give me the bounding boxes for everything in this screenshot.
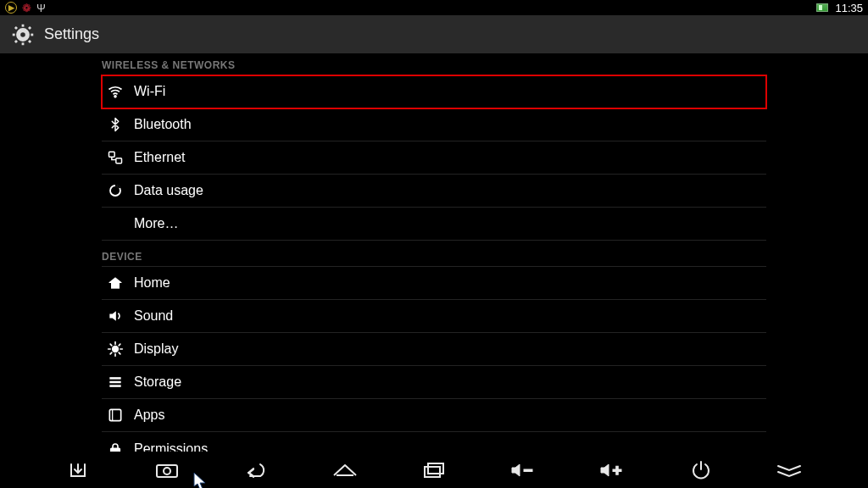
svg-point-10 [114, 96, 116, 97]
svg-point-15 [113, 347, 119, 352]
status-clock: 11:35 [835, 2, 863, 14]
svg-line-22 [110, 352, 112, 354]
svg-line-21 [119, 352, 120, 354]
row-label: Permissions [134, 441, 208, 452]
ethernet-icon [103, 146, 127, 169]
bluetooth-icon [103, 113, 127, 136]
svg-rect-35 [615, 466, 618, 474]
svg-line-6 [15, 26, 17, 28]
usb-icon: Ψ [36, 2, 46, 14]
row-label: Wi-Fi [134, 84, 165, 99]
svg-line-9 [29, 26, 31, 28]
storage-icon [103, 370, 127, 394]
row-label: Display [134, 341, 178, 357]
data-usage-icon [103, 179, 127, 202]
settings-row-ethernet[interactable]: Ethernet [102, 141, 766, 175]
plex-icon: ▶ [5, 2, 17, 14]
home-icon [103, 271, 127, 295]
settings-row-display[interactable]: Display [102, 333, 766, 366]
row-label: Ethernet [134, 150, 185, 165]
section-header-device: DEVICE [102, 241, 766, 267]
apps-icon [103, 403, 127, 427]
row-label: More… [134, 216, 178, 231]
svg-rect-11 [109, 152, 115, 157]
row-label: Apps [134, 408, 164, 423]
settings-row-permissions[interactable]: Permissions [102, 432, 766, 452]
page-title: Settings [44, 25, 99, 43]
app-header: Settings [0, 15, 868, 54]
nav-volume-down-button[interactable] [498, 453, 548, 487]
display-icon [103, 337, 127, 361]
row-label: Storage [134, 374, 181, 390]
nav-download-button[interactable] [53, 453, 103, 487]
nav-screenshot-button[interactable] [142, 453, 192, 487]
section-header-wireless: WIRELESS & NETWORKS [102, 54, 766, 75]
wifi-icon [103, 80, 127, 103]
nav-volume-up-button[interactable] [587, 453, 637, 487]
svg-point-1 [19, 31, 25, 37]
settings-row-data-usage[interactable]: Data usage [102, 175, 766, 208]
settings-row-bluetooth[interactable]: Bluetooth [102, 108, 766, 141]
settings-row-home[interactable]: Home [102, 267, 766, 300]
svg-rect-32 [428, 463, 443, 474]
svg-line-7 [29, 41, 31, 42]
svg-line-20 [110, 344, 112, 346]
svg-point-30 [164, 468, 170, 474]
nav-recent-button[interactable] [409, 453, 459, 487]
row-label: Sound [134, 308, 173, 324]
svg-rect-26 [109, 385, 120, 387]
svg-rect-25 [109, 381, 120, 384]
settings-gear-icon [10, 22, 36, 47]
network-tray-icon [816, 3, 828, 12]
nav-home-button[interactable] [320, 453, 370, 487]
nav-hide-bar-button[interactable] [764, 453, 815, 487]
svg-rect-12 [116, 158, 122, 164]
svg-rect-27 [109, 409, 120, 420]
svg-rect-33 [524, 469, 532, 472]
sound-icon [103, 304, 127, 328]
settings-row-sound[interactable]: Sound [102, 300, 766, 333]
settings-row-wifi[interactable]: Wi-Fi [102, 75, 766, 108]
svg-rect-14 [111, 283, 120, 289]
svg-rect-24 [109, 377, 120, 380]
system-nav-bar [0, 452, 868, 488]
settings-row-more[interactable]: More… [102, 208, 766, 241]
svg-rect-31 [425, 467, 440, 477]
svg-line-8 [15, 41, 17, 42]
svg-line-23 [119, 344, 120, 346]
row-label: Bluetooth [134, 117, 192, 132]
permissions-icon [103, 437, 127, 452]
settings-list: WIRELESS & NETWORKS Wi-Fi Bluetooth [0, 54, 868, 452]
nav-back-button[interactable] [231, 453, 281, 487]
row-label: Home [134, 275, 170, 291]
settings-row-storage[interactable]: Storage [102, 366, 766, 399]
status-bar: ▶ ❁ Ψ 11:35 [0, 0, 868, 15]
raspberry-icon: ❁ [22, 2, 31, 14]
nav-power-button[interactable] [676, 453, 726, 487]
settings-row-apps[interactable]: Apps [102, 399, 766, 432]
row-label: Data usage [134, 183, 203, 198]
